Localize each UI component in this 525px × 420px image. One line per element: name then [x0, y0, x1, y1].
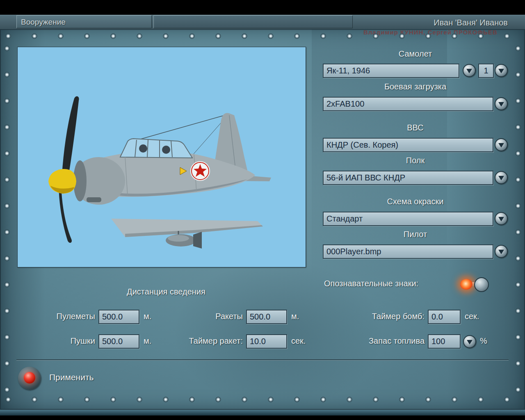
chevron-down-icon: [498, 69, 504, 73]
regiment-label: Полк: [322, 156, 509, 165]
apply-button[interactable]: [18, 367, 41, 390]
chevron-down-icon: [498, 176, 504, 180]
machineguns-label: Пулеметы: [16, 312, 95, 321]
toggle-indicator-lit-icon: [460, 279, 472, 290]
rivet-column-left: [4, 45, 10, 394]
armament-screen: Вооружение Иван 'Ваня' Иванов Владимир К…: [0, 0, 525, 420]
aircraft-render: [18, 47, 306, 267]
bomb-timer-input[interactable]: [428, 310, 461, 324]
footer-divider: [16, 359, 509, 361]
paint-scheme-label: Схема окраски: [322, 197, 509, 206]
rockets-unit: м.: [291, 312, 299, 321]
fuel-unit: %: [480, 336, 487, 346]
aircraft-dropdown-arrow[interactable]: [463, 64, 476, 77]
aircraft-dropdown[interactable]: Як-11, 1946: [323, 64, 459, 78]
aircraft-preview[interactable]: [17, 47, 306, 267]
loadout-label: Боевая загрузка: [322, 82, 509, 91]
rocket-timer-input[interactable]: [246, 334, 287, 349]
apply-label[interactable]: Применить: [49, 372, 94, 382]
rocket-timer-unit: сек.: [291, 336, 306, 346]
pilot-dropdown-arrow[interactable]: [495, 245, 508, 258]
markings-toggle[interactable]: [456, 275, 494, 294]
aircraft-count-arrow[interactable]: [495, 64, 508, 77]
rocket-timer-label: Таймер ракет:: [164, 336, 243, 346]
footer-strip: [0, 410, 525, 415]
bomb-timer-label: Таймер бомб:: [347, 312, 425, 321]
paint-scheme-dropdown-arrow[interactable]: [495, 212, 508, 225]
chevron-down-icon: [498, 250, 504, 254]
fuel-label: Запас топлива: [347, 336, 425, 346]
tab-secondary-empty: [153, 15, 353, 28]
loadout-dropdown-arrow[interactable]: [495, 97, 508, 110]
pilot-label: Пилот: [322, 230, 509, 239]
rockets-label: Ракеты: [164, 312, 243, 321]
convergence-title: Дистанция сведения: [98, 287, 234, 297]
aircraft-count-field[interactable]: 1: [478, 64, 494, 78]
markings-label: Опознавательные знаки:: [324, 279, 418, 288]
chevron-down-icon: [466, 69, 472, 73]
chevron-down-icon: [498, 102, 504, 107]
tab-armament-label: Вооружение: [21, 18, 66, 26]
rockets-input[interactable]: [246, 310, 287, 324]
rivet-column-right: [515, 45, 521, 394]
pilot-dropdown[interactable]: 000Player.bmp: [323, 244, 493, 259]
apply-button-red-icon: [24, 372, 35, 383]
header-bar: Вооружение Иван 'Ваня' Иванов: [0, 15, 525, 30]
cannons-input[interactable]: [98, 334, 139, 349]
loadout-dropdown[interactable]: 2xFAB100: [323, 97, 493, 111]
tab-armament[interactable]: Вооружение: [16, 15, 152, 28]
bomb-timer-unit: сек.: [465, 312, 479, 321]
toggle-knob-icon: [474, 277, 489, 292]
airforce-dropdown-arrow[interactable]: [495, 138, 508, 151]
machineguns-unit: м.: [144, 312, 151, 321]
aircraft-label: Самолет: [322, 49, 509, 59]
chevron-down-icon: [498, 217, 504, 221]
player-name: Иван 'Ваня' Иванов: [434, 17, 508, 28]
chevron-down-icon: [467, 340, 472, 345]
paint-scheme-dropdown[interactable]: Стандарт: [323, 212, 493, 226]
fuel-dropdown-arrow[interactable]: [463, 335, 476, 348]
fuel-input[interactable]: [428, 334, 461, 349]
regiment-dropdown-arrow[interactable]: [495, 171, 508, 184]
cannons-unit: м.: [144, 336, 151, 346]
airforce-label: ВВС: [322, 123, 509, 132]
rivet-row-bottom: [5, 396, 520, 403]
airforce-dropdown[interactable]: КНДР (Сев. Корея): [323, 138, 493, 152]
machineguns-input[interactable]: [98, 310, 139, 324]
chevron-down-icon: [498, 143, 504, 148]
cannons-label: Пушки: [16, 336, 95, 346]
regiment-dropdown[interactable]: 56-й ИАП ВВС КНДР: [323, 171, 493, 185]
rivet-row-top: [5, 33, 520, 39]
